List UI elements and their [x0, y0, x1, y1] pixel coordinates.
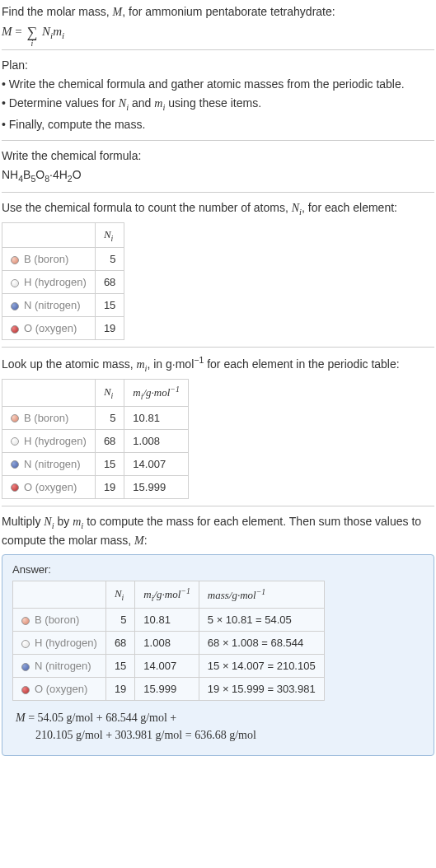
final-line-1: M = 54.05 g/mol + 68.544 g/mol +: [16, 709, 424, 726]
element-swatch-icon: [21, 617, 30, 625]
element-cell: O (oxygen): [2, 317, 96, 340]
element-symbol: O: [24, 481, 32, 493]
element-swatch-icon: [11, 483, 19, 492]
element-cell: O (oxygen): [13, 678, 106, 701]
plan-item: Determine values for Ni and mi using the…: [2, 95, 434, 114]
table-row: O (oxygen) 19 15.999 19 × 15.999 = 303.9…: [13, 678, 325, 701]
mi-cell: 1.008: [124, 429, 188, 452]
element-swatch-icon: [11, 256, 19, 264]
table-row: O (oxygen) 19 15.999: [2, 475, 189, 498]
mass-cell: 5 × 10.81 = 54.05: [199, 609, 324, 632]
mi-cell: 14.007: [135, 655, 199, 678]
chem-formula-section: Write the chemical formula: NH4B5O8·4H2O: [2, 147, 434, 186]
plan-item: Finally, compute the mass.: [2, 116, 434, 133]
ni-cell: 5: [105, 609, 134, 632]
divider: [2, 347, 434, 348]
ni-cell: 19: [95, 475, 124, 498]
mi-cell: 1.008: [135, 632, 199, 655]
col-mi: mi/g·mol−1: [124, 379, 188, 406]
element-symbol: N: [35, 660, 42, 672]
element-name: (boron): [34, 412, 68, 424]
divider: [2, 140, 434, 141]
table-row: O (oxygen) 19: [2, 317, 124, 340]
mass-cell: 15 × 14.007 = 210.105: [199, 655, 324, 678]
count-table: Ni B (boron) 5 H (hydrogen) 68 N (nitrog…: [2, 222, 124, 341]
element-cell: N (nitrogen): [13, 655, 106, 678]
col-ni: Ni: [105, 581, 134, 609]
count-heading: Use the chemical formula to count the nu…: [2, 199, 434, 219]
col-ni: Ni: [95, 379, 124, 406]
element-name: (oxygen): [35, 481, 77, 493]
element-swatch-icon: [21, 640, 30, 648]
element-swatch-icon: [11, 460, 19, 469]
divider: [2, 192, 434, 193]
element-symbol: O: [35, 683, 43, 695]
element-name: (boron): [45, 614, 79, 626]
col-mass: mass/g·mol−1: [199, 581, 324, 609]
ni-cell: 15: [105, 655, 134, 678]
mi-cell: 15.999: [135, 678, 199, 701]
element-name: (hydrogen): [35, 276, 87, 288]
table-row: N (nitrogen) 15 14.007: [2, 452, 189, 475]
element-name: (oxygen): [35, 322, 77, 334]
chem-formula: NH4B5O8·4H2O: [2, 166, 434, 186]
table-row: H (hydrogen) 68 1.008: [2, 429, 189, 452]
element-cell: B (boron): [2, 406, 96, 429]
element-symbol: N: [24, 299, 31, 311]
element-cell: H (hydrogen): [2, 429, 96, 452]
element-symbol: H: [24, 276, 31, 288]
col-mi: mi/g·mol−1: [135, 581, 199, 609]
element-swatch-icon: [11, 414, 19, 422]
element-name: (boron): [34, 253, 68, 265]
element-swatch-icon: [11, 279, 19, 287]
table-row: H (hydrogen) 68: [2, 271, 124, 294]
element-name: (oxygen): [46, 683, 88, 695]
col-ni: Ni: [95, 222, 124, 248]
table-row: B (boron) 5 10.81: [2, 406, 189, 429]
ni-cell: 68: [95, 271, 124, 294]
element-symbol: N: [24, 458, 31, 470]
ni-cell: 5: [95, 248, 124, 271]
element-cell: H (hydrogen): [2, 271, 96, 294]
answer-table: Ni mi/g·mol−1 mass/g·mol−1 B (boron) 5 1…: [12, 581, 325, 701]
chem-formula-heading: Write the chemical formula:: [2, 147, 434, 165]
element-swatch-icon: [21, 686, 30, 694]
ni-cell: 19: [95, 317, 124, 340]
element-symbol: B: [35, 614, 42, 626]
element-swatch-icon: [11, 437, 19, 446]
intro-section: Find the molar mass, M, for ammonium pen…: [2, 3, 434, 43]
element-swatch-icon: [11, 325, 19, 334]
element-name: (hydrogen): [45, 637, 97, 649]
element-swatch-icon: [11, 302, 19, 310]
element-name: (nitrogen): [35, 458, 81, 470]
mass-cell: 68 × 1.008 = 68.544: [199, 632, 324, 655]
intro-text: Find the molar mass, M, for ammonium pen…: [2, 3, 434, 21]
mass-cell: 19 × 15.999 = 303.981: [199, 678, 324, 701]
mass-table: Ni mi/g·mol−1 B (boron) 5 10.81 H (hydro…: [2, 379, 189, 499]
ni-cell: 5: [95, 406, 124, 429]
final-calculation: M = 54.05 g/mol + 68.544 g/mol + 210.105…: [16, 709, 424, 744]
ni-cell: 15: [95, 294, 124, 317]
element-cell: O (oxygen): [2, 475, 96, 498]
col-element: [2, 222, 96, 248]
table-header-row: Ni mi/g·mol−1: [2, 379, 189, 406]
count-section: Use the chemical formula to count the nu…: [2, 199, 434, 340]
table-row: N (nitrogen) 15: [2, 294, 124, 317]
col-element: [13, 581, 106, 609]
mi-cell: 10.81: [135, 609, 199, 632]
divider: [2, 506, 434, 506]
plan-heading: Plan:: [2, 57, 434, 74]
table-row: N (nitrogen) 15 14.007 15 × 14.007 = 210…: [13, 655, 325, 678]
divider: [2, 49, 434, 50]
compute-heading: Multiply Ni by mi to compute the mass fo…: [2, 513, 434, 550]
mi-cell: 14.007: [124, 452, 188, 475]
table-header-row: Ni: [2, 222, 124, 248]
mi-cell: 10.81: [124, 406, 188, 429]
element-cell: B (boron): [13, 609, 106, 632]
ni-cell: 68: [95, 429, 124, 452]
element-symbol: B: [24, 253, 31, 265]
ni-cell: 19: [105, 678, 134, 701]
answer-box: Answer: Ni mi/g·mol−1 mass/g·mol−1 B (bo…: [2, 554, 434, 756]
plan-section: Plan: Write the chemical formula and gat…: [2, 57, 434, 133]
compute-section: Multiply Ni by mi to compute the mass fo…: [2, 513, 434, 756]
